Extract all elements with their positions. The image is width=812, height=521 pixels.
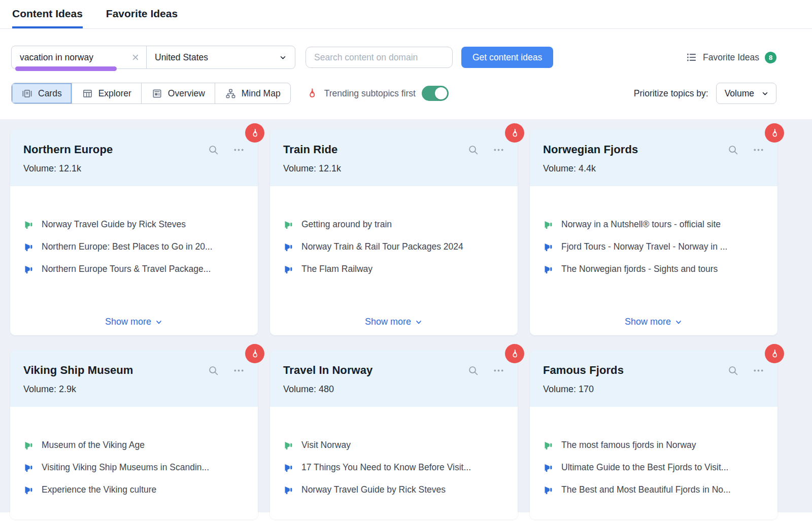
- card-items: Norway Travel Guide by Rick Steves North…: [23, 219, 245, 275]
- card-title: Travel In Norway: [283, 364, 467, 377]
- show-more-label: Show more: [105, 317, 151, 327]
- card-item[interactable]: The Flam Railway: [283, 263, 504, 275]
- topic-card: Norwegian Fjords Volume: 4.4k Norway in …: [530, 129, 777, 335]
- trending-subtopics-control: Trending subtopics first: [306, 86, 449, 101]
- country-select[interactable]: United States: [147, 46, 295, 68]
- card-volume-value: 170: [579, 384, 594, 394]
- card-item-text: Norway Travel Guide by Rick Steves: [301, 484, 446, 496]
- favorite-ideas-label: Favorite Ideas: [703, 52, 759, 63]
- flame-icon: [510, 128, 520, 138]
- megaphone-icon: [543, 219, 554, 230]
- ellipsis-menu-icon[interactable]: [233, 365, 245, 376]
- card-item[interactable]: Visiting Viking Ship Museums in Scandin.…: [23, 462, 245, 473]
- card-volume: Volume: 2.9k: [23, 384, 245, 395]
- card-item[interactable]: Museum of the Viking Age: [23, 439, 245, 451]
- card-item-text: The Norwegian fjords - Sights and tours: [561, 263, 718, 275]
- card-title: Famous Fjords: [543, 364, 727, 377]
- search-icon[interactable]: [467, 365, 479, 376]
- flame-icon: [250, 128, 260, 138]
- view-mind-map[interactable]: Mind Map: [215, 83, 290, 103]
- trending-flame-badge: [505, 344, 524, 363]
- card-item[interactable]: Fjord Tours - Norway Travel - Norway in …: [543, 241, 764, 253]
- card-item-text: 17 Things You Need to Know Before Visit.…: [301, 462, 471, 473]
- card-items: Norway in a Nutshell® tours - official s…: [543, 219, 764, 275]
- card-item[interactable]: Ultimate Guide to the Best Fjords to Vis…: [543, 462, 764, 473]
- card-item[interactable]: Northern Europe Tours & Travel Package..…: [23, 263, 245, 275]
- card-volume-label: Volume:: [283, 384, 316, 394]
- view-cards[interactable]: Cards: [12, 83, 72, 103]
- card-item[interactable]: Visit Norway: [283, 439, 504, 451]
- tab-favorite-ideas[interactable]: Favorite Ideas: [106, 8, 178, 28]
- card-item[interactable]: Experience the Viking culture: [23, 484, 245, 496]
- keyword-input[interactable]: vacation in norway: [12, 46, 147, 68]
- chevron-down-icon: [279, 53, 287, 62]
- prioritize-label: Prioritize topics by:: [634, 88, 708, 99]
- card-item[interactable]: The most famous fjords in Norway: [543, 439, 764, 451]
- favorite-ideas-link[interactable]: Favorite Ideas 8: [685, 51, 776, 63]
- card-volume-label: Volume:: [283, 163, 316, 173]
- ellipsis-menu-icon[interactable]: [493, 144, 504, 156]
- card-item[interactable]: Norway Train & Rail Tour Packages 2024: [283, 241, 504, 253]
- search-icon[interactable]: [208, 144, 219, 156]
- card-volume-label: Volume:: [23, 384, 56, 394]
- card-item[interactable]: Northern Europe: Best Places to Go in 20…: [23, 241, 245, 253]
- card-item[interactable]: 17 Things You Need to Know Before Visit.…: [283, 462, 504, 473]
- show-more-link[interactable]: Show more: [270, 317, 518, 327]
- chevron-down-icon: [415, 318, 423, 326]
- card-item-text: The most famous fjords in Norway: [561, 439, 696, 451]
- card-item[interactable]: Getting around by train: [283, 219, 504, 230]
- search-icon[interactable]: [727, 144, 739, 156]
- explorer-view-icon: [82, 88, 93, 99]
- view-switcher: Cards Explorer Overview Mind Map: [11, 83, 291, 104]
- flame-icon: [769, 128, 780, 138]
- ellipsis-menu-icon[interactable]: [233, 144, 245, 156]
- card-item-text: Northern Europe Tours & Travel Package..…: [42, 263, 211, 275]
- chevron-down-icon: [674, 318, 683, 326]
- ellipsis-menu-icon[interactable]: [753, 144, 764, 156]
- card-volume-label: Volume:: [23, 163, 56, 173]
- show-more-link[interactable]: Show more: [10, 317, 258, 327]
- card-header: Viking Ship Museum Volume: 2.9k: [10, 350, 258, 407]
- topic-card: Viking Ship Museum Volume: 2.9k Museum o…: [10, 350, 258, 519]
- list-icon: [685, 51, 697, 63]
- topic-card: Northern Europe Volume: 12.1k Norway Tra…: [10, 129, 258, 335]
- ellipsis-menu-icon[interactable]: [753, 365, 764, 376]
- mindmap-view-icon: [225, 88, 236, 99]
- megaphone-icon: [23, 484, 34, 495]
- card-item[interactable]: Norway in a Nutshell® tours - official s…: [543, 219, 764, 230]
- card-item-text: Norway Travel Guide by Rick Steves: [42, 219, 186, 230]
- card-item[interactable]: The Norwegian fjords - Sights and tours: [543, 263, 764, 275]
- favorites-count-badge: 8: [765, 52, 776, 63]
- search-icon[interactable]: [467, 144, 479, 156]
- card-body: Norway Travel Guide by Rick Steves North…: [10, 186, 258, 335]
- view-explorer[interactable]: Explorer: [72, 83, 142, 103]
- prioritize-select[interactable]: Volume: [716, 83, 776, 104]
- megaphone-icon: [23, 241, 34, 252]
- card-item[interactable]: Norway Travel Guide by Rick Steves: [23, 219, 245, 230]
- view-overview[interactable]: Overview: [142, 83, 215, 103]
- card-item-text: Fjord Tours - Norway Travel - Norway in …: [561, 241, 727, 253]
- view-label: Cards: [38, 88, 62, 99]
- ellipsis-menu-icon[interactable]: [493, 365, 504, 376]
- flame-icon: [306, 87, 318, 99]
- card-header: Famous Fjords Volume: 170: [530, 350, 777, 407]
- search-icon[interactable]: [727, 365, 739, 376]
- card-body: The most famous fjords in Norway Ultimat…: [530, 407, 777, 519]
- domain-search-input[interactable]: Search content on domain: [306, 47, 453, 68]
- card-body: Norway in a Nutshell® tours - official s…: [530, 186, 777, 335]
- tab-content-ideas[interactable]: Content Ideas: [12, 8, 83, 28]
- flame-icon: [250, 349, 260, 359]
- trending-toggle-switch[interactable]: [422, 86, 449, 101]
- chevron-down-icon: [761, 89, 769, 98]
- card-item[interactable]: The Best and Most Beautiful Fjords in No…: [543, 484, 764, 496]
- show-more-link[interactable]: Show more: [530, 317, 777, 327]
- card-volume-value: 2.9k: [59, 384, 76, 394]
- card-body: Getting around by train Norway Train & R…: [270, 186, 518, 335]
- card-item-text: Visit Norway: [301, 439, 351, 451]
- prioritize-control: Prioritize topics by: Volume: [634, 83, 776, 104]
- get-content-ideas-button[interactable]: Get content ideas: [461, 47, 553, 68]
- search-icon[interactable]: [208, 365, 219, 376]
- card-volume-value: 12.1k: [59, 163, 81, 173]
- card-item[interactable]: Norway Travel Guide by Rick Steves: [283, 484, 504, 496]
- clear-keyword-icon[interactable]: [131, 53, 140, 61]
